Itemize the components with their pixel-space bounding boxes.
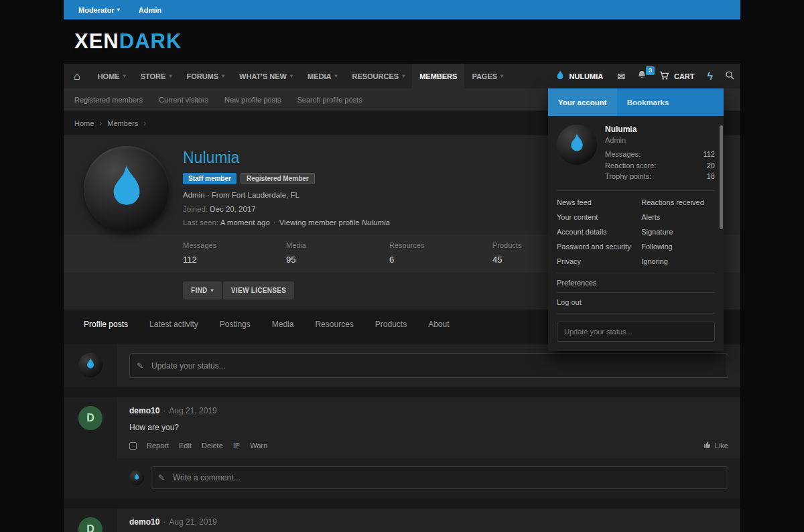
site-logo[interactable]: XENDARK [74, 29, 182, 54]
nav-right-group: NULUMIA ✉ 3 CART ϟ [547, 64, 740, 88]
status-input-area: ✎ [117, 344, 740, 387]
menu-item-alerts[interactable]: Alerts [641, 210, 715, 224]
search-button[interactable] [719, 64, 740, 88]
nav-item-pages[interactable]: PAGES▾ [464, 64, 511, 88]
post-date[interactable]: Aug 21, 2019 [169, 517, 216, 527]
moderator-bar: Moderator ▾ Admin [64, 0, 740, 19]
moderator-label: Moderator [78, 6, 115, 14]
post-date[interactable]: Aug 21, 2019 [169, 406, 216, 415]
subnav-item-registered-members[interactable]: Registered members [74, 96, 143, 104]
view-licenses-button[interactable]: VIEW LICENSES [223, 281, 294, 300]
menu-item-preferences[interactable]: Preferences [557, 273, 715, 292]
lightning-icon: ϟ [708, 70, 713, 82]
thumbs-up-icon [704, 441, 712, 450]
menu-item-account-details[interactable]: Account details [557, 224, 641, 239]
quick-actions-button[interactable]: ϟ [701, 64, 719, 88]
nav-item-members[interactable]: MEMBERS [412, 64, 464, 88]
flame-icon [567, 132, 586, 157]
menu-item-privacy[interactable]: Privacy [557, 254, 641, 269]
menu-item-logout[interactable]: Log out [557, 292, 715, 312]
current-user-avatar[interactable] [78, 353, 103, 377]
current-user-avatar[interactable] [129, 470, 144, 485]
nav-item-forums[interactable]: FORUMS▾ [179, 64, 232, 88]
post-body: How are you? [129, 423, 728, 432]
chevron-down-icon: ▾ [123, 73, 126, 79]
status-input[interactable] [129, 353, 728, 378]
admin-link[interactable]: Admin [139, 6, 161, 14]
menu-status-input[interactable] [557, 322, 715, 342]
inbox-button[interactable]: ✉ [611, 64, 631, 88]
nav-item-home[interactable]: HOME▾ [90, 64, 133, 88]
tab-latest-activity[interactable]: Latest activity [149, 320, 198, 329]
find-button[interactable]: FIND ▾ [183, 281, 222, 300]
breadcrumb-home[interactable]: Home [74, 119, 94, 127]
moderator-menu[interactable]: Moderator ▾ [78, 6, 120, 14]
poster-avatar[interactable]: D [78, 406, 103, 430]
tab-media[interactable]: Media [272, 320, 294, 329]
nav-home-button[interactable]: ⌂ [64, 64, 90, 88]
tab-about[interactable]: About [428, 320, 449, 329]
menu-item-news-feed[interactable]: News feed [557, 195, 641, 210]
nav-item-whats-new[interactable]: WHAT'S NEW▾ [232, 64, 300, 88]
post-content: demo10 · Aug 21, 2019 How are you? Repor… [117, 397, 740, 498]
warn-link[interactable]: Warn [250, 442, 267, 450]
menu-item-password-security[interactable]: Password and security [557, 239, 641, 254]
profile-avatar[interactable] [84, 146, 170, 232]
menu-item-your-content[interactable]: Your content [557, 210, 641, 224]
tab-resources[interactable]: Resources [315, 320, 353, 329]
tab-profile-posts[interactable]: Profile posts [84, 320, 128, 329]
nav-item-resources[interactable]: RESOURCES▾ [344, 64, 412, 88]
tab-postings[interactable]: Postings [220, 320, 251, 329]
menu-item-following[interactable]: Following [641, 239, 715, 254]
post-avatar-column: D [64, 509, 117, 532]
select-post-checkbox[interactable] [129, 442, 137, 450]
breadcrumb-members[interactable]: Members [107, 119, 138, 127]
edit-link[interactable]: Edit [179, 442, 192, 450]
stat-messages[interactable]: Messages 112 [183, 241, 286, 265]
menu-user-name[interactable]: Nulumia [605, 125, 636, 134]
delete-link[interactable]: Delete [202, 442, 223, 450]
post-author[interactable]: demo10 [129, 406, 159, 415]
menu-status-box [557, 313, 715, 342]
cart-button[interactable]: CART [653, 64, 701, 88]
subnav-item-new-profile-posts[interactable]: New profile posts [224, 96, 281, 104]
account-menu-label: NULUMIA [570, 72, 604, 80]
header: XENDARK [64, 19, 740, 64]
comment-input[interactable] [151, 466, 728, 489]
tab-bookmarks[interactable]: Bookmarks [617, 88, 679, 116]
tab-products[interactable]: Products [375, 320, 407, 329]
poster-avatar[interactable]: D [78, 517, 103, 532]
dot-separator: · [163, 406, 165, 415]
menu-user-avatar[interactable] [557, 125, 597, 165]
account-menu-button[interactable]: NULUMIA [547, 64, 612, 88]
home-icon: ⌂ [74, 70, 80, 82]
stat-value: 18 [707, 171, 715, 182]
subnav-item-search-profile-posts[interactable]: Search profile posts [297, 96, 362, 104]
joined-value: Dec 20, 2017 [210, 205, 255, 213]
account-menu-links: News feed Reactions received Your conten… [557, 190, 715, 273]
nav-item-media[interactable]: MEDIA▾ [300, 64, 344, 88]
stat-media[interactable]: Media 95 [286, 241, 389, 265]
scrollbar-thumb[interactable] [720, 125, 723, 229]
logo-part-dark: DARK [119, 29, 182, 53]
stat-label: Messages [183, 241, 286, 249]
menu-item-ignoring[interactable]: Ignoring [641, 254, 715, 269]
chevron-down-icon: ▾ [117, 7, 120, 13]
alerts-button[interactable]: 3 [631, 64, 653, 88]
viewing-target: Nulumia [362, 218, 390, 226]
like-button[interactable]: Like [704, 441, 728, 450]
report-link[interactable]: Report [147, 442, 169, 450]
ip-link[interactable]: IP [233, 442, 240, 450]
nav-item-store[interactable]: STORE▾ [133, 64, 180, 88]
post-author[interactable]: demo10 [129, 517, 159, 527]
subnav-item-current-visitors[interactable]: Current visitors [159, 96, 208, 104]
menu-item-reactions-received[interactable]: Reactions received [641, 195, 715, 210]
nav-item-label: WHAT'S NEW [239, 72, 287, 80]
dot-separator: · [163, 517, 165, 527]
stat-value: 20 [707, 160, 715, 172]
tab-your-account[interactable]: Your account [548, 88, 617, 116]
nav-item-label: HOME [98, 72, 120, 80]
stat-value: 95 [286, 255, 389, 265]
stat-resources[interactable]: Resources 6 [389, 241, 492, 265]
menu-item-signature[interactable]: Signature [641, 224, 715, 239]
